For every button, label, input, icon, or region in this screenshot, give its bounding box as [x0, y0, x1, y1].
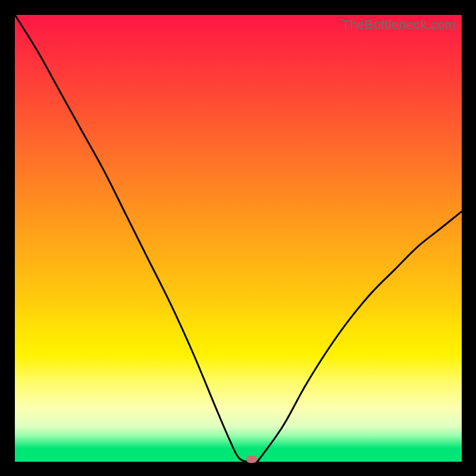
chart-container: TheBottleneck.com: [0, 0, 476, 476]
curve-line: [15, 15, 462, 462]
plot-area: TheBottleneck.com: [15, 15, 462, 462]
data-marker: [246, 456, 257, 463]
